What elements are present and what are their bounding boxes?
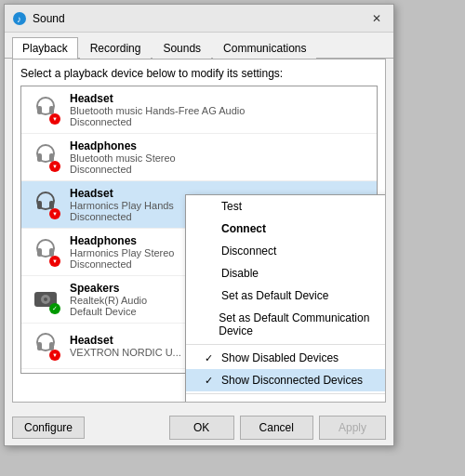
dialog-buttons: OK Cancel Apply: [169, 416, 386, 440]
list-item[interactable]: Headphones Bluetooth music Stereo Discon…: [21, 134, 377, 181]
status-badge-red: [49, 350, 60, 361]
device-icon: [29, 235, 62, 269]
menu-item-set-default[interactable]: Set as Default Device: [186, 284, 386, 307]
instruction-text: Select a playback device below to modify…: [20, 67, 378, 80]
tab-recording[interactable]: Recording: [80, 37, 152, 59]
device-name: Headphones: [70, 139, 369, 152]
menu-item-connect[interactable]: Connect: [186, 218, 386, 240]
tab-sounds[interactable]: Sounds: [153, 37, 211, 59]
main-content: Select a playback device below to modify…: [12, 59, 386, 403]
menu-item-set-default-comm[interactable]: Set as Default Communication Device: [186, 307, 386, 342]
device-icon: [29, 188, 62, 221]
svg-rect-3: [37, 106, 42, 114]
menu-item-show-disconnected[interactable]: ✓ Show Disconnected Devices: [186, 369, 386, 391]
device-icon: [29, 140, 62, 174]
context-menu: Test Connect Disconnect Disable Set as D…: [185, 194, 386, 403]
menu-separator-2: [186, 393, 386, 394]
device-desc: Bluetooth music Hands-Free AG Audio: [70, 105, 369, 116]
title-bar-left: ♪ Sound: [12, 11, 65, 26]
close-button[interactable]: ✕: [367, 9, 386, 28]
cancel-button[interactable]: Cancel: [240, 416, 313, 440]
device-desc: Bluetooth music Stereo: [70, 152, 369, 164]
device-icon: [29, 283, 62, 316]
status-badge-red: [49, 113, 60, 125]
svg-point-16: [44, 298, 47, 301]
svg-rect-18: [37, 342, 42, 350]
menu-item-about-midi[interactable]: About Software MIDI Synthesizer: [186, 396, 386, 403]
svg-rect-6: [37, 153, 42, 162]
device-icon: [29, 329, 62, 363]
title-bar: ♪ Sound ✕: [5, 5, 393, 33]
status-badge-red: [49, 208, 60, 219]
sound-icon: ♪: [12, 11, 27, 26]
configure-button[interactable]: Configure: [12, 416, 85, 439]
menu-item-show-disabled[interactable]: ✓ Show Disabled Devices: [186, 347, 386, 369]
device-name: Headset: [70, 92, 369, 105]
window-title: Sound: [33, 12, 65, 25]
tab-communications[interactable]: Communications: [213, 37, 316, 59]
device-info: Headphones Bluetooth music Stereo Discon…: [70, 139, 369, 175]
menu-item-disable[interactable]: Disable: [186, 262, 386, 284]
tab-bar: Playback Recording Sounds Communications: [5, 33, 393, 59]
status-badge-green: [49, 303, 60, 314]
svg-rect-12: [37, 248, 42, 257]
device-info: Headset Bluetooth music Hands-Free AG Au…: [70, 92, 369, 127]
list-item[interactable]: Headset Bluetooth music Hands-Free AG Au…: [21, 86, 377, 134]
device-icon: [29, 93, 62, 126]
apply-button[interactable]: Apply: [319, 416, 386, 440]
menu-item-disconnect[interactable]: Disconnect: [186, 240, 386, 262]
svg-text:♪: ♪: [17, 14, 21, 24]
svg-rect-9: [37, 201, 42, 209]
menu-item-test[interactable]: Test: [186, 195, 386, 218]
device-status: Disconnected: [70, 116, 369, 127]
ok-button[interactable]: OK: [169, 416, 234, 440]
status-badge-red: [49, 161, 60, 172]
bottom-bar: Configure OK Cancel Apply: [5, 410, 393, 445]
status-badge-red: [49, 256, 60, 267]
device-status: Disconnected: [70, 164, 369, 175]
sound-dialog: ♪ Sound ✕ Playback Recording Sounds Comm…: [4, 4, 394, 446]
tab-playback[interactable]: Playback: [12, 37, 78, 59]
menu-separator-1: [186, 344, 386, 345]
